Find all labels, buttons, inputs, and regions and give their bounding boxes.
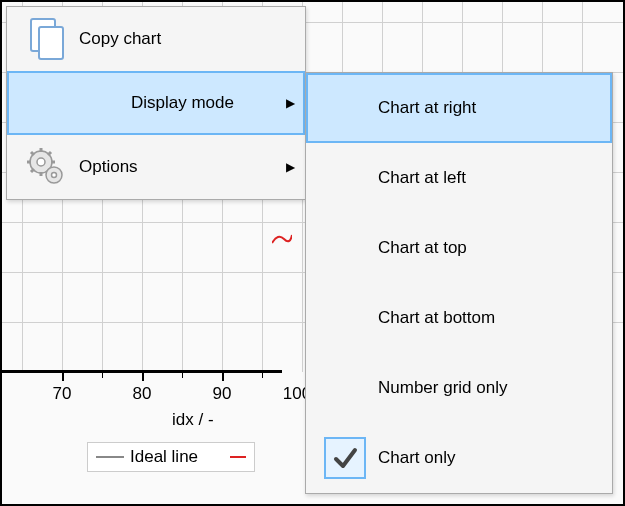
submenu-item-chart-at-bottom[interactable]: Chart at bottom <box>306 283 612 353</box>
axis-tick <box>102 373 103 378</box>
display-mode-submenu: Chart at right Chart at left Chart at to… <box>305 72 613 494</box>
submenu-item-label: Chart at left <box>378 168 466 188</box>
axis-tick <box>222 373 224 381</box>
submenu-item-label: Chart only <box>378 448 455 468</box>
svg-point-13 <box>52 173 57 178</box>
axis-tick <box>62 373 64 381</box>
submenu-item-label: Chart at top <box>378 238 467 258</box>
copy-icon <box>13 16 79 62</box>
legend-label: Ideal line <box>130 447 198 467</box>
axis-tick <box>142 373 144 381</box>
submenu-item-label: Number grid only <box>378 378 507 398</box>
submenu-item-number-grid-only[interactable]: Number grid only <box>306 353 612 423</box>
check-icon <box>312 437 378 479</box>
menu-item-label: Copy chart <box>79 29 295 49</box>
submenu-item-chart-at-top[interactable]: Chart at top <box>306 213 612 283</box>
submenu-arrow-icon: ▶ <box>286 96 295 110</box>
submenu-item-chart-only[interactable]: Chart only <box>306 423 612 493</box>
menu-item-label: Display mode <box>79 93 286 113</box>
menu-item-label: Options <box>79 157 286 177</box>
axis-tick-label: 80 <box>133 384 152 404</box>
submenu-item-chart-at-right[interactable]: Chart at right <box>306 73 612 143</box>
axis-tick <box>182 373 183 378</box>
submenu-item-label: Chart at right <box>378 98 476 118</box>
menu-item-copy-chart[interactable]: Copy chart <box>7 7 305 71</box>
submenu-item-chart-at-left[interactable]: Chart at left <box>306 143 612 213</box>
svg-line-11 <box>31 169 34 172</box>
legend-swatch <box>230 456 246 458</box>
svg-point-3 <box>37 158 45 166</box>
axis-tick-label: 90 <box>213 384 232 404</box>
menu-item-options[interactable]: Options ▶ <box>7 135 305 199</box>
gear-icon <box>13 145 79 189</box>
chart-legend: Ideal line <box>87 442 255 472</box>
svg-rect-1 <box>39 27 63 59</box>
menu-item-display-mode[interactable]: Display mode ▶ <box>7 71 305 135</box>
submenu-arrow-icon: ▶ <box>286 160 295 174</box>
svg-line-8 <box>31 152 34 155</box>
legend-swatch <box>96 456 124 458</box>
plot-line-fragment <box>272 230 292 244</box>
svg-line-10 <box>48 152 51 155</box>
submenu-item-label: Chart at bottom <box>378 308 495 328</box>
context-menu: Copy chart Display mode ▶ <box>6 6 306 200</box>
axis-title: idx / - <box>172 410 214 430</box>
axis-tick-label: 70 <box>53 384 72 404</box>
axis-tick <box>262 373 263 378</box>
